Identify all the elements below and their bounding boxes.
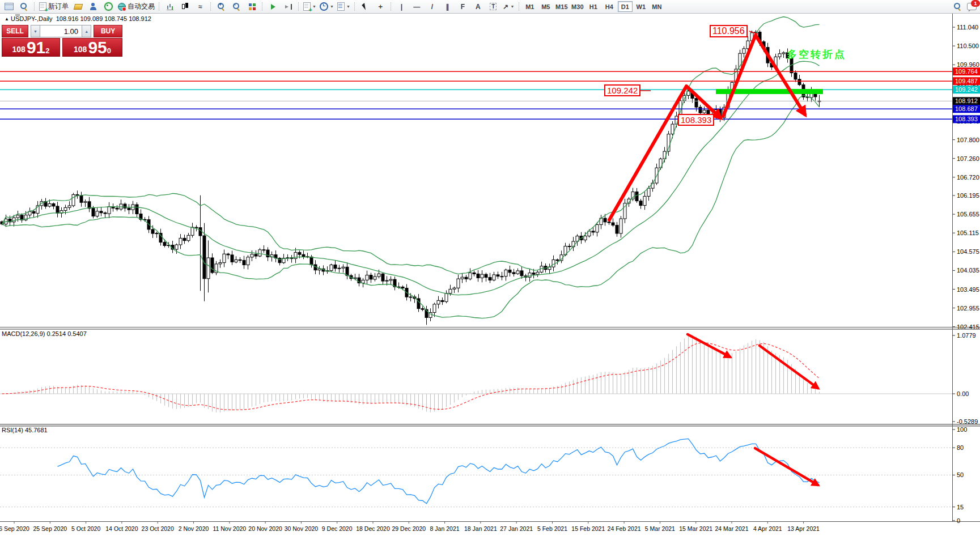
timeframe-M15[interactable]: M15 <box>554 1 569 12</box>
period-button[interactable]: ▼ <box>318 1 336 12</box>
candle-chart-icon <box>181 3 189 10</box>
pane-separators[interactable] <box>0 327 980 426</box>
buy-price[interactable]: 108 95 0 <box>62 38 122 57</box>
template-button[interactable]: ▼ <box>336 1 352 12</box>
rsi-arrow-1[interactable] <box>755 448 818 485</box>
svg-text:109.764: 109.764 <box>955 68 978 75</box>
buy-button[interactable]: BUY <box>94 25 122 37</box>
text-button[interactable]: A <box>470 1 486 12</box>
zoom-window-button[interactable] <box>16 1 32 12</box>
sell-price-pips: 91 <box>27 40 45 55</box>
label-button[interactable]: T <box>486 1 501 12</box>
rsi-axis-label: 80 <box>957 444 964 451</box>
sell-button[interactable]: SELL <box>2 25 28 37</box>
trendline-button[interactable]: / <box>425 1 440 12</box>
signals-icon <box>104 2 113 11</box>
rsi-axis-label: 50 <box>957 471 964 478</box>
svg-text:110.500: 110.500 <box>957 42 979 49</box>
svg-text:15 Feb 2021: 15 Feb 2021 <box>571 525 605 532</box>
macd-axis-label: 1.0779 <box>957 332 976 339</box>
tile-windows-button[interactable] <box>244 1 260 12</box>
svg-text:24 Feb 2021: 24 Feb 2021 <box>608 525 641 532</box>
timeframe-MN[interactable]: MN <box>650 1 664 12</box>
period-icon <box>320 2 328 11</box>
bar-chart-button[interactable] <box>162 1 177 12</box>
turning-point-note[interactable]: 多空转折点 <box>787 48 846 61</box>
timeframe-D1[interactable]: D1 <box>618 1 633 12</box>
svg-text:23 Oct 2020: 23 Oct 2020 <box>142 525 174 532</box>
label-icon: T <box>490 3 497 10</box>
search-icon[interactable] <box>954 3 961 10</box>
toolbar-separator <box>298 2 299 11</box>
dropdown-arrow-icon: ▼ <box>510 5 514 8</box>
timeframe-H4[interactable]: H4 <box>602 1 617 12</box>
zoom-window-icon <box>20 3 28 10</box>
trader-button[interactable] <box>86 1 101 12</box>
bollinger-bands <box>2 17 820 318</box>
timeframe-W1[interactable]: W1 <box>634 1 648 12</box>
chart-shift-button[interactable] <box>281 1 296 12</box>
toolbar-separator <box>354 2 355 11</box>
zoom-in-button[interactable]: + <box>214 1 229 12</box>
support-price-label[interactable]: 108.393 <box>678 114 714 126</box>
svg-text:29 Dec 2020: 29 Dec 2020 <box>392 525 426 532</box>
volume-up-button[interactable]: ▲ <box>82 25 91 37</box>
resistance-price-label[interactable]: 109.242 <box>604 84 640 96</box>
notifications-icon[interactable]: 1 <box>967 3 977 10</box>
toolbar-right: 1 <box>954 1 977 12</box>
peak-price-label[interactable]: 110.956 <box>710 25 748 37</box>
line-chart-button[interactable]: ≈ <box>193 1 208 12</box>
gold-button[interactable] <box>70 1 86 12</box>
sell-price[interactable]: 108 91 2 <box>2 38 60 57</box>
rsi-axis-label: 0 <box>957 517 960 524</box>
vline-button[interactable]: | <box>394 1 409 12</box>
svg-text:109.960: 109.960 <box>957 61 979 68</box>
arrows-button[interactable]: ↗▼ <box>501 1 516 12</box>
svg-text:25 Sep 2020: 25 Sep 2020 <box>33 525 67 532</box>
dropdown-arrow-icon: ▼ <box>330 5 334 8</box>
candle-chart-button[interactable] <box>177 1 193 12</box>
svg-text:107.260: 107.260 <box>957 155 979 162</box>
hline-button[interactable]: — <box>409 1 425 12</box>
crosshair-button[interactable]: ＋ <box>373 1 388 12</box>
zoom-out-button[interactable]: - <box>229 1 244 12</box>
timeframe-H1[interactable]: H1 <box>586 1 601 12</box>
toolbar-separator <box>391 2 392 11</box>
timeframe-M5[interactable]: M5 <box>538 1 553 12</box>
timeframe-M1[interactable]: M1 <box>523 1 537 12</box>
tile-windows-icon <box>249 3 252 6</box>
price-badge-108.912: 108.912 <box>953 97 980 105</box>
timeframe-M30[interactable]: M30 <box>570 1 585 12</box>
svg-text:4 Apr 2021: 4 Apr 2021 <box>753 525 782 532</box>
price-badge-109.764: 109.764 <box>953 67 980 75</box>
buy-price-point: 0 <box>107 46 111 55</box>
charts-window-button[interactable] <box>1 1 16 12</box>
new-order-button[interactable]: 新订单 <box>37 1 70 12</box>
sell-price-figure: 108 <box>12 45 26 54</box>
buy-price-figure: 108 <box>74 45 87 54</box>
svg-text:20 Nov 2020: 20 Nov 2020 <box>248 525 282 532</box>
symbol-marker-icon: ▲ <box>5 16 9 22</box>
svg-text:104.035: 104.035 <box>957 267 979 274</box>
auto-trading-button[interactable]: 自动交易 <box>116 1 156 12</box>
crosshair-icon: ＋ <box>377 2 384 11</box>
macd-arrow-2[interactable] <box>760 346 818 388</box>
rsi-indicator-label: RSI(14) 45.7681 <box>2 427 48 433</box>
fibonacci-button[interactable]: F <box>455 1 470 12</box>
auto-scroll-button[interactable] <box>265 1 281 12</box>
volume-input[interactable]: 1.00 <box>40 25 82 37</box>
indicators-button[interactable]: ▼ <box>302 1 318 12</box>
channel-button[interactable]: ∥ <box>440 1 455 12</box>
svg-text:14 Oct 2020: 14 Oct 2020 <box>105 525 138 532</box>
svg-text:109.487: 109.487 <box>955 78 978 84</box>
auto-scroll-icon <box>271 4 275 10</box>
svg-text:103.495: 103.495 <box>957 286 979 293</box>
cursor-button[interactable] <box>358 1 373 12</box>
trading-chart[interactable]: 111.040110.500109.960109.420108.880108.3… <box>0 0 980 536</box>
svg-text:106.195: 106.195 <box>957 192 979 199</box>
signals-button[interactable] <box>101 1 116 12</box>
volume-down-button[interactable]: ▼ <box>31 25 40 37</box>
svg-text:13 Apr 2021: 13 Apr 2021 <box>787 525 820 532</box>
macd-arrow-1[interactable] <box>688 334 730 357</box>
svg-text:108.393: 108.393 <box>955 116 978 122</box>
